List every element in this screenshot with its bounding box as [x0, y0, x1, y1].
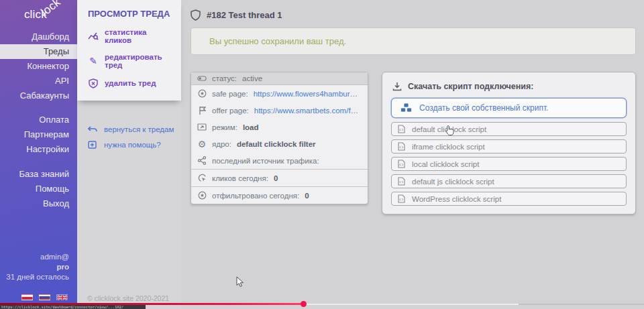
flag-poland-icon[interactable] — [21, 294, 33, 300]
account-plan: pro — [6, 262, 69, 272]
success-alert: Вы успешно сохранили ваш тред. — [191, 27, 636, 55]
share-icon — [197, 156, 207, 165]
script-button-label: iframe clicklock script — [412, 143, 485, 151]
sidebar-item-dashboard[interactable]: Дашборд — [0, 29, 77, 44]
scripts-panel-title-text: Скачать скрипт подключения: — [408, 82, 534, 91]
filtered-today-value: 0 — [305, 192, 309, 200]
account-days-left: 31 дней осталось — [6, 272, 69, 282]
download-icon — [392, 82, 402, 91]
safe-page-link[interactable]: https://www.flowers4hamburg.com/ — [254, 90, 362, 98]
sidebar-nav: Дашборд Треды Коннектор API Сабакаунты О… — [0, 29, 77, 211]
submenu-item-edit-thread[interactable]: ✎ редактировать тред — [88, 53, 174, 69]
cubes-icon — [400, 103, 413, 113]
filtered-today-label: отфильтровано сегодня: — [212, 192, 299, 200]
submenu-item-label: редактировать тред — [105, 53, 174, 69]
copyright: © clicklock.site 2020-2021 — [87, 294, 169, 302]
script-button-iframe[interactable]: iframe clicklock script — [391, 139, 627, 153]
thread-status-card: статус: active safe page: https://www.fl… — [191, 72, 368, 204]
sidebar-item-threads[interactable]: Треды — [0, 44, 77, 59]
offer-page-link[interactable]: https://www.smartbets.com/football/tea..… — [254, 107, 362, 115]
code-file-icon — [398, 194, 405, 203]
main-content: #182 Test thread 1 Вы успешно сохранили … — [181, 0, 644, 309]
clicks-today-row: кликов сегодня: 0 — [191, 169, 368, 186]
video-progress-buffered[interactable] — [304, 304, 519, 305]
shield-icon — [191, 9, 201, 21]
content-row: статус: active safe page: https://www.fl… — [191, 72, 636, 214]
submenu-item-click-stats[interactable]: статистика кликов — [88, 28, 174, 44]
sidebar-item-connector[interactable]: Коннектор — [0, 59, 77, 74]
sidebar-item-payment[interactable]: Оплата — [0, 113, 77, 127]
code-file-icon — [398, 142, 405, 151]
submenu-panel: ПРОСМОТР ТРЕДА статистика кликов ✎ редак… — [77, 0, 181, 309]
core-row: ⚙ ядро: default clicklock filter — [191, 135, 368, 152]
help-icon — [88, 140, 98, 149]
sidebar-item-settings[interactable]: Настройки — [0, 142, 77, 157]
flag-uk-icon[interactable] — [56, 294, 68, 300]
script-button-default[interactable]: default clicklock script — [391, 122, 627, 136]
script-button-label: local clicklock script — [412, 160, 479, 168]
flag-russia-icon[interactable] — [39, 294, 50, 300]
seal-star-icon — [197, 89, 207, 98]
script-button-wordpress[interactable]: WordPress clicklock script — [391, 192, 627, 206]
script-button-default-js[interactable]: default js clicklock script — [391, 174, 627, 188]
download-scripts-panel: Скачать скрипт подключения: Создать свой… — [382, 72, 636, 214]
script-button-label: default clicklock script — [412, 125, 486, 133]
sidebar-item-knowledge-base[interactable]: База знаний — [0, 167, 77, 182]
core-value: default clicklock filter — [237, 140, 316, 148]
sidebar-item-partners[interactable]: Партнерам — [0, 127, 77, 142]
script-button-label: default js clicklock script — [412, 178, 494, 186]
language-switcher — [21, 294, 68, 300]
code-file-icon — [398, 125, 405, 133]
mode-row: режим: load — [191, 119, 368, 135]
submenu-link-label: вернуться к тредам — [104, 125, 174, 133]
need-help-link[interactable]: нужна помощь? — [88, 140, 174, 149]
submenu-link-label: нужна помощь? — [104, 141, 161, 149]
script-button-local[interactable]: local clicklock script — [391, 157, 627, 171]
core-label: ядро: — [212, 140, 231, 148]
code-file-icon — [398, 160, 405, 168]
sidebar-item-subaccounts[interactable]: Сабакаунты — [0, 88, 77, 103]
status-bar-url: https://clicklock.site/dashboard/connect… — [0, 305, 146, 309]
app-screen: clicklock Дашборд Треды Коннектор API Са… — [0, 0, 644, 309]
sidebar-item-api[interactable]: API — [0, 74, 77, 88]
mode-value: load — [243, 123, 259, 131]
video-progress-played[interactable] — [0, 303, 304, 305]
status-header: статус: active — [191, 72, 368, 85]
sidebar-item-logout[interactable]: Выход — [0, 196, 77, 211]
status-label: статус: — [212, 74, 237, 82]
code-file-icon — [398, 177, 405, 186]
safe-page-label: safe page: — [212, 90, 248, 98]
flag-icon — [197, 106, 207, 115]
video-progress-handle[interactable] — [301, 301, 307, 307]
submenu-item-label: удалить тред — [105, 79, 156, 87]
offer-page-row: offer page: https://www.smartbets.com/fo… — [191, 102, 368, 119]
undo-icon — [88, 125, 98, 133]
video-progress-remaining[interactable] — [519, 304, 644, 305]
logo[interactable]: clicklock — [0, 0, 77, 28]
sidebar-item-help[interactable]: Помощь — [0, 182, 77, 196]
last-traffic-source-label: последний источник трафика: — [212, 157, 319, 165]
shield-x-icon — [88, 78, 99, 88]
submenu-item-label: статистика кликов — [105, 28, 174, 44]
submenu-item-delete-thread[interactable]: удалить тред — [88, 78, 174, 88]
pencil-icon: ✎ — [88, 56, 99, 66]
gear-icon: ⚙ — [197, 139, 207, 149]
page-title-text: #182 Test thread 1 — [207, 10, 282, 20]
submenu-card: ПРОСМОТР ТРЕДА статистика кликов ✎ редак… — [77, 0, 181, 101]
mode-label: режим: — [212, 123, 237, 131]
account-info: admin@ pro 31 дней осталось — [6, 252, 69, 282]
clicks-today-label: кликов сегодня: — [212, 174, 268, 182]
page-title: #182 Test thread 1 — [191, 8, 636, 21]
create-own-script-button[interactable]: Создать свой собственный скрипт. — [391, 98, 627, 118]
scripts-panel-title: Скачать скрипт подключения: — [392, 82, 627, 91]
sidebar: clicklock Дашборд Треды Коннектор API Са… — [0, 0, 77, 309]
safe-page-row: safe page: https://www.flowers4hamburg.c… — [191, 85, 368, 102]
seal-star-icon — [197, 191, 207, 200]
back-to-threads-link[interactable]: вернуться к тредам — [88, 125, 174, 133]
last-traffic-source-row: последний источник трафика: — [191, 152, 368, 169]
account-email: admin@ — [6, 252, 69, 262]
clicks-today-value: 0 — [274, 174, 278, 182]
submenu-links: вернуться к тредам нужна помощь? — [77, 101, 181, 149]
filtered-today-row: отфильтровано сегодня: 0 — [191, 186, 368, 204]
stats-icon — [88, 31, 99, 42]
